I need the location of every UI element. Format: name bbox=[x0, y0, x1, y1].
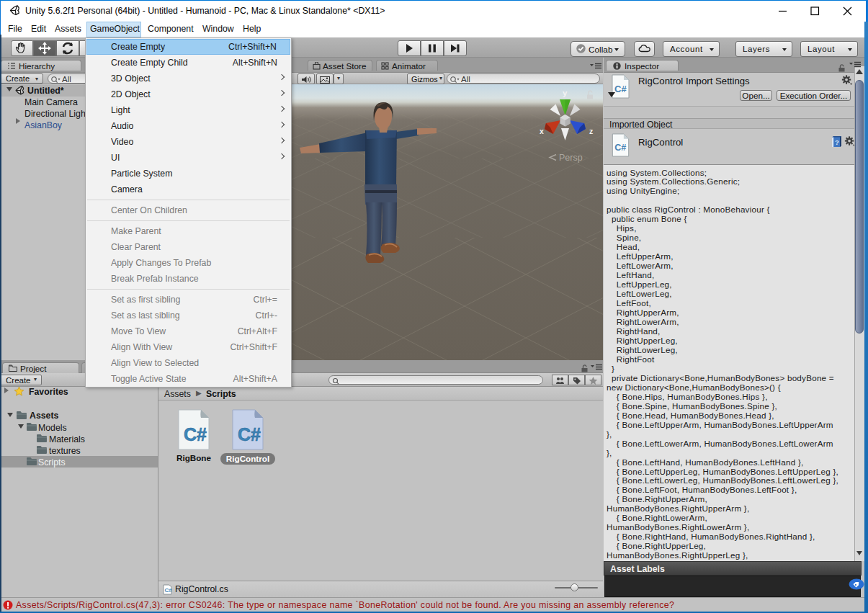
svg-text:C#: C# bbox=[165, 587, 173, 594]
svg-text:z: z bbox=[589, 127, 593, 135]
svg-text:C#: C# bbox=[614, 143, 626, 153]
svg-text:C#: C# bbox=[614, 84, 627, 94]
svg-text:C#: C# bbox=[184, 424, 207, 444]
svg-text:C#: C# bbox=[238, 424, 261, 444]
svg-text:x: x bbox=[540, 127, 544, 135]
svg-text:y: y bbox=[563, 89, 568, 97]
svg-text:Persp: Persp bbox=[559, 153, 583, 163]
svg-text:?: ? bbox=[835, 138, 839, 146]
